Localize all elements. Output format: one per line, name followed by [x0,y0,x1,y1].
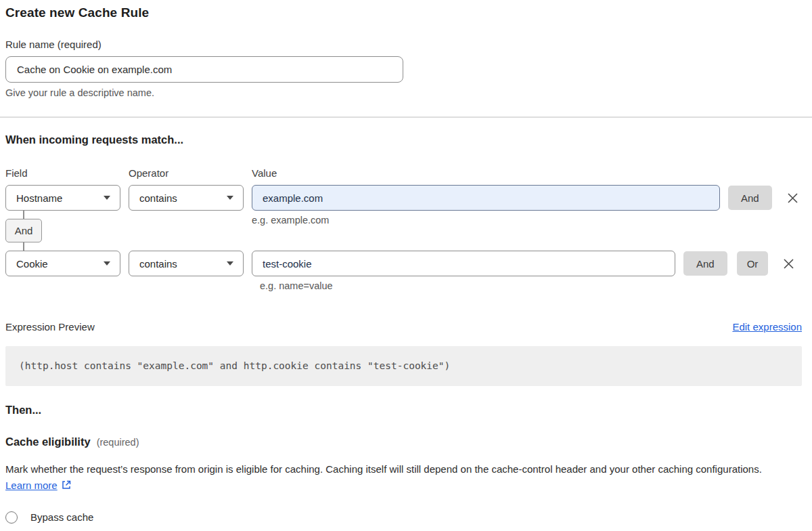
close-icon [782,257,795,270]
chevron-down-icon [104,196,110,200]
match-heading: When incoming requests match... [5,133,802,146]
condition-row: Hostname contains And [5,185,802,211]
connector-column: And [5,211,252,251]
condition-value-input[interactable] [252,185,720,211]
connector-line-top [23,211,252,219]
connector-and-hint-row: And e.g. example.com [5,211,802,251]
radio-option-bypass-cache[interactable]: Bypass cache [5,511,802,524]
required-note: (required) [97,437,139,448]
cache-eligibility-heading: Cache eligibility [5,436,91,448]
expression-preview-label: Expression Preview [5,321,95,333]
operator-select-value: contains [139,258,177,270]
condition-value-input[interactable] [252,251,675,276]
or-button[interactable]: Or [737,251,769,276]
field-select-value: Hostname [16,192,62,204]
value-hint: e.g. name=value [260,280,802,291]
condition-columns-header: Field Operator Value [5,167,802,179]
chevron-down-icon [227,261,233,266]
chevron-down-icon [227,196,233,200]
operator-select-value: contains [139,192,177,204]
connector-line-bottom [23,242,252,251]
remove-condition-button[interactable] [786,192,799,205]
field-select[interactable]: Cookie [5,251,120,276]
external-link-icon [61,480,72,490]
value-hint: e.g. example.com [252,215,329,251]
expression-code: (http.host contains "example.com" and ht… [19,360,788,371]
learn-more-link[interactable]: Learn more [5,480,58,491]
create-cache-rule-page: Create new Cache Rule Rule name (require… [0,0,812,531]
and-connector-button[interactable]: And [5,219,42,242]
condition-row: Cookie contains And Or [5,251,802,276]
field-column-label: Field [5,167,129,179]
expression-code-block: (http.host contains "example.com" and ht… [5,346,802,386]
rule-name-label: Rule name (required) [5,39,802,50]
radio-label[interactable]: Bypass cache [30,511,93,523]
operator-select[interactable]: contains [129,251,244,276]
value-column-label: Value [252,167,277,179]
rule-name-input[interactable] [5,56,403,83]
edit-expression-link[interactable]: Edit expression [732,321,802,333]
and-button[interactable]: And [683,251,727,276]
operator-select[interactable]: contains [129,185,244,211]
close-icon [786,192,799,205]
expression-header: Expression Preview Edit expression [5,321,802,333]
cache-eligibility-heading-row: Cache eligibility (required) [5,436,802,448]
rule-name-help: Give your rule a descriptive name. [5,87,802,98]
operator-column-label: Operator [129,167,252,179]
remove-condition-button[interactable] [782,257,795,270]
section-divider [0,116,812,118]
description-text: Mark whether the request’s response from… [5,463,762,475]
chevron-down-icon [104,261,110,266]
field-select-value: Cookie [16,258,48,270]
and-button[interactable]: And [728,186,772,210]
field-select[interactable]: Hostname [5,185,120,211]
radio-unchecked-icon[interactable] [5,511,18,524]
cache-eligibility-description: Mark whether the request’s response from… [5,461,785,494]
page-title: Create new Cache Rule [5,5,802,20]
then-heading: Then... [5,404,802,417]
